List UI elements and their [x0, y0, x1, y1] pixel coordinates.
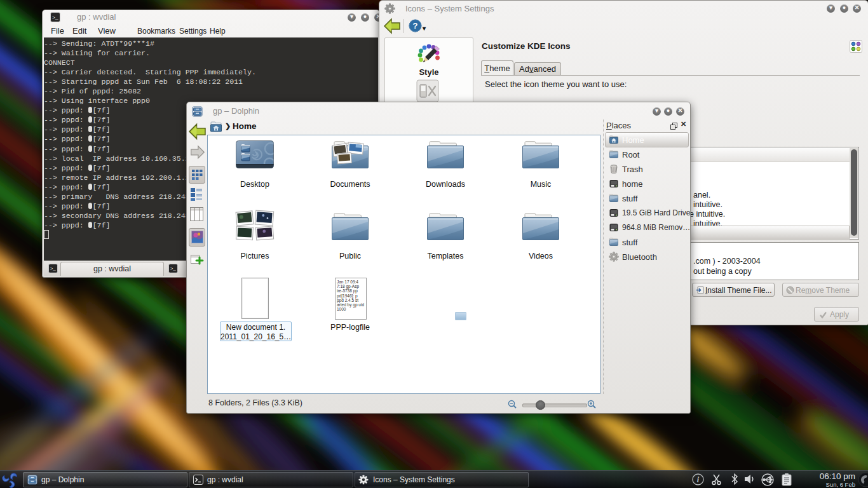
svg-text:>_: >_	[52, 15, 58, 20]
svg-text:>_: >_	[170, 266, 177, 271]
svg-text:i: i	[697, 475, 700, 484]
svg-text:?: ?	[413, 21, 418, 30]
svg-text:>_: >_	[50, 266, 57, 271]
